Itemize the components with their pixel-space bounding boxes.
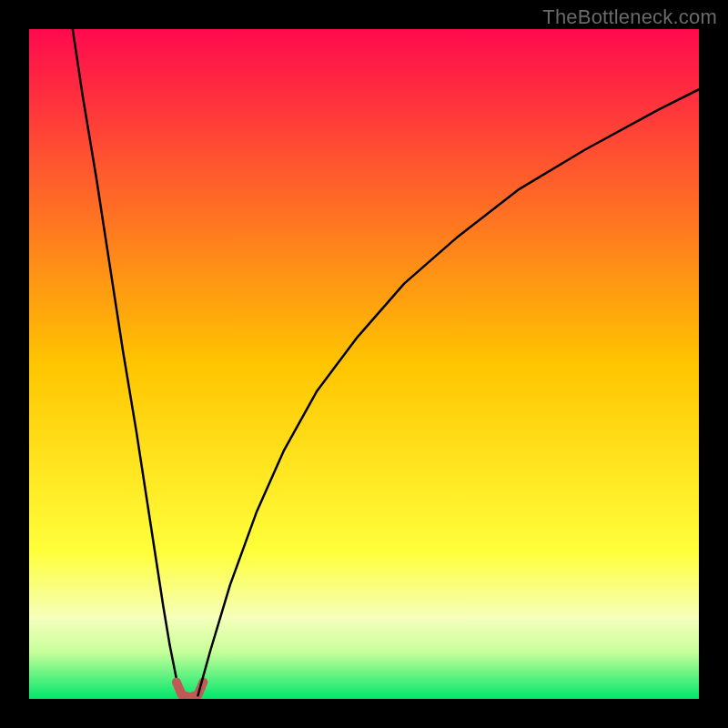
gradient-background bbox=[29, 29, 699, 699]
chart-frame: TheBottleneck.com bbox=[0, 0, 728, 728]
attribution-text: TheBottleneck.com bbox=[542, 5, 717, 29]
bottleneck-chart bbox=[29, 29, 699, 699]
